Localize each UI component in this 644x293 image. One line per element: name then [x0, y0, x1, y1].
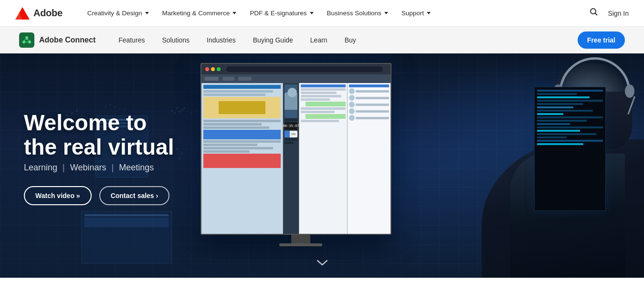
svg-point-37: [109, 105, 111, 106]
scroll-down-icon: [316, 259, 329, 267]
top-nav-links: Creativity & Design Marketing & Commerce…: [82, 6, 590, 21]
right-monitor: [534, 87, 606, 211]
hero-content: Welcome to the real virtual Learning | W…: [24, 111, 174, 205]
product-name: Adobe Connect: [39, 36, 95, 44]
svg-point-29: [179, 157, 180, 159]
chevron-down-icon: [232, 12, 236, 14]
svg-line-3: [595, 13, 598, 16]
sub-navigation: Adobe Connect Features Solutions Industr…: [0, 27, 644, 53]
connect-logo-icon: [22, 35, 32, 45]
adobe-connect-icon: [19, 32, 34, 48]
hero-title: Welcome to the real virtual: [24, 111, 174, 159]
chevron-down-icon: [427, 12, 431, 14]
svg-point-13: [174, 112, 176, 114]
svg-line-8: [27, 39, 30, 41]
svg-point-38: [114, 106, 116, 108]
svg-line-7: [24, 39, 27, 41]
nav-item-business-solutions[interactable]: Business Solutions: [321, 6, 394, 21]
main-monitor: 00:35:07 0%: [201, 63, 401, 246]
nav-item-creativity-design[interactable]: Creativity & Design: [82, 6, 155, 21]
free-trial-button[interactable]: Free trial: [578, 31, 625, 49]
top-nav-right: Sign In: [590, 8, 629, 19]
hero-subtitle: Learning | Webinars | Meetings: [24, 163, 174, 173]
nav-item-support[interactable]: Support: [396, 6, 436, 21]
sub-nav-industries[interactable]: Industries: [199, 32, 243, 48]
svg-point-28: [181, 153, 183, 155]
svg-point-36: [105, 105, 106, 107]
chevron-down-icon: [310, 12, 314, 14]
svg-point-2: [591, 9, 596, 14]
svg-point-4: [25, 36, 28, 39]
sub-nav-buy[interactable]: Buy: [337, 32, 364, 48]
chevron-down-icon: [145, 12, 149, 14]
search-icon: [590, 8, 598, 16]
contact-sales-button[interactable]: Contact sales ›: [99, 186, 170, 205]
search-button[interactable]: [590, 8, 598, 19]
bg-screen-bottom: [81, 211, 172, 263]
hero-section: 00:35:07 0%: [0, 53, 644, 278]
product-logo-group: Adobe Connect: [19, 32, 95, 48]
sub-nav-solutions[interactable]: Solutions: [154, 32, 197, 48]
svg-point-11: [176, 107, 178, 109]
adobe-logo-icon: [15, 7, 30, 20]
svg-point-12: [181, 109, 183, 111]
svg-point-39: [119, 108, 120, 109]
svg-point-41: [190, 113, 192, 114]
sub-nav-features[interactable]: Features: [111, 32, 152, 48]
svg-point-15: [183, 107, 185, 109]
sub-nav-links: Features Solutions Industries Buying Gui…: [111, 32, 578, 48]
hero-buttons: Watch video » Contact sales ›: [24, 186, 174, 205]
svg-point-14: [179, 111, 180, 113]
scroll-indicator[interactable]: [316, 258, 329, 270]
adobe-logo[interactable]: Adobe: [15, 7, 63, 20]
nav-item-marketing-commerce[interactable]: Marketing & Commerce: [157, 6, 243, 21]
watch-video-button[interactable]: Watch video »: [24, 186, 92, 205]
nav-item-pdf-esignatures[interactable]: PDF & E-signatures: [244, 6, 319, 21]
svg-point-42: [195, 110, 197, 112]
sub-nav-learn[interactable]: Learn: [303, 32, 335, 48]
adobe-wordmark: Adobe: [33, 8, 63, 19]
sub-nav-buying-guide[interactable]: Buying Guide: [245, 32, 301, 48]
top-navigation: Adobe Creativity & Design Marketing & Co…: [0, 0, 644, 27]
sign-in-button[interactable]: Sign In: [608, 10, 629, 17]
chevron-down-icon: [384, 12, 388, 14]
